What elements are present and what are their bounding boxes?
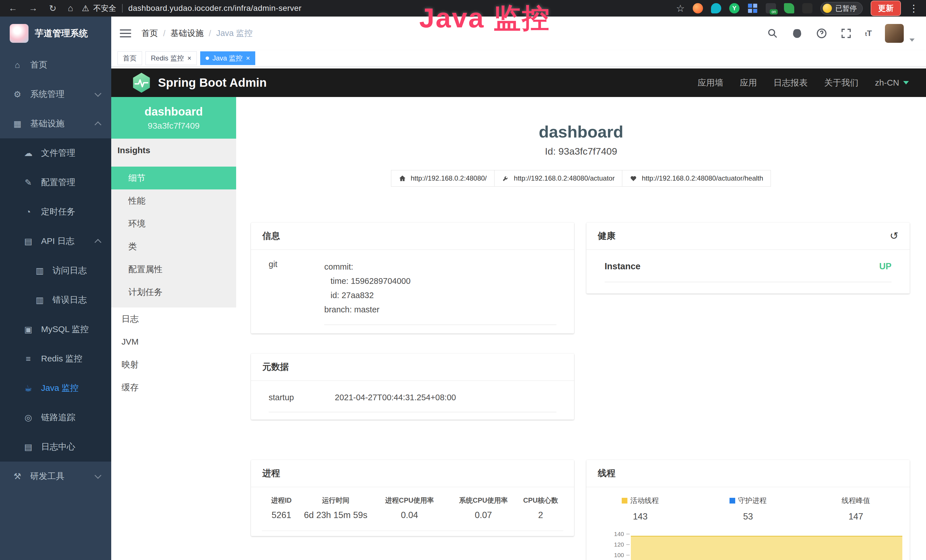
active-threads-value: 143	[586, 512, 694, 522]
back-icon[interactable]: ←	[9, 3, 17, 14]
extension-icon-switch[interactable]: on	[766, 3, 776, 14]
home-icon[interactable]: ⌂	[68, 3, 73, 14]
sba-menu-caches[interactable]: 缓存	[111, 376, 236, 399]
avatar-caret-icon[interactable]	[909, 38, 915, 42]
chrome-menu-icon[interactable]: ⋮	[909, 3, 918, 14]
timer-icon: ◔	[23, 207, 34, 217]
chevron-down-icon	[903, 81, 909, 85]
sba-brand[interactable]: Spring Boot Admin	[132, 73, 267, 93]
search-icon[interactable]	[767, 28, 778, 39]
document-icon: ▤	[23, 236, 34, 246]
sidebar-item-system-management[interactable]: ⚙ 系统管理	[0, 80, 111, 109]
redis-icon: ≡	[23, 354, 34, 364]
fullscreen-icon[interactable]	[840, 28, 852, 39]
process-card-title: 进程	[262, 467, 280, 479]
sba-nav-journal[interactable]: 日志报表	[773, 77, 808, 89]
sidebar-item-trace[interactable]: ◎ 链路追踪	[0, 403, 111, 432]
history-icon[interactable]: ↺	[890, 231, 898, 241]
health-row[interactable]: Instance UP	[605, 261, 891, 282]
sba-insights-label: Insights	[111, 139, 236, 166]
system-cpu-value: 0.07	[449, 510, 518, 520]
app-logo-title[interactable]: 芋道管理系统	[0, 17, 111, 50]
extension-icon-grid[interactable]	[747, 3, 758, 14]
tab-redis-monitor[interactable]: Redis 监控 ×	[145, 51, 197, 65]
link-label: http://192.168.0.2:48080/actuator/health	[642, 174, 763, 182]
sidebar-item-home[interactable]: ⌂ 首页	[0, 50, 111, 80]
sidebar-item-api-logs[interactable]: ▤ API 日志	[0, 227, 111, 256]
address-bar[interactable]: dashboard.yudao.iocoder.cn/infra/admin-s…	[128, 4, 302, 13]
sidebar-item-java-monitor[interactable]: ☕ Java 监控	[0, 374, 111, 403]
log-icon: ▥	[34, 266, 45, 275]
sidebar-item-config-management[interactable]: ✎ 配置管理	[0, 168, 111, 197]
extension-icon-leaf[interactable]	[784, 3, 794, 14]
instance-root-link[interactable]: http://192.168.0.2:48080/	[391, 170, 495, 186]
extension-icon-orange[interactable]	[693, 3, 703, 14]
health-instance-label: Instance	[605, 261, 640, 272]
tab-close-icon[interactable]: ×	[188, 55, 191, 62]
sidebar-item-mysql-monitor[interactable]: ▣ MySQL 监控	[0, 315, 111, 344]
bookmark-star-icon[interactable]: ☆	[676, 3, 685, 14]
active-tab-dot	[206, 56, 209, 60]
sba-menu-mappings[interactable]: 映射	[111, 353, 236, 376]
java-icon: ☕	[23, 383, 34, 393]
sba-menu-details[interactable]: 细节	[111, 166, 236, 189]
sidebar-item-access-logs[interactable]: ▥ 访问日志	[0, 256, 111, 285]
user-avatar[interactable]	[885, 24, 904, 43]
sidebar-item-label: 错误日志	[53, 294, 87, 306]
sba-menu-logs[interactable]: 日志	[111, 307, 236, 330]
sba-menu-config-props[interactable]: 配置属性	[111, 258, 236, 281]
sidebar-item-error-logs[interactable]: ▥ 错误日志	[0, 285, 111, 315]
sidebar-item-redis-monitor[interactable]: ≡ Redis 监控	[0, 344, 111, 374]
extension-icon-drop[interactable]	[711, 3, 721, 14]
github-icon[interactable]	[791, 28, 803, 39]
sba-brand-label: Spring Boot Admin	[158, 76, 267, 89]
log-center-icon: ▤	[23, 442, 34, 452]
tab-home[interactable]: 首页	[118, 51, 142, 65]
font-size-icon[interactable]: tT	[865, 29, 872, 38]
tab-close-icon[interactable]: ×	[246, 55, 250, 62]
metadata-key: startup	[269, 393, 335, 402]
help-icon[interactable]	[816, 28, 827, 39]
link-label: http://192.168.0.2:48080/	[411, 174, 487, 182]
extension-icon-dark[interactable]	[802, 3, 813, 14]
sidebar-collapse-icon[interactable]	[120, 27, 131, 40]
instance-health-link[interactable]: http://192.168.0.2:48080/actuator/health	[622, 170, 771, 186]
chrome-update-button[interactable]: 更新	[871, 1, 901, 16]
sba-menu-jvm[interactable]: JVM	[111, 330, 236, 353]
threads-card-title: 线程	[598, 467, 616, 479]
forward-icon[interactable]: →	[29, 3, 38, 14]
extension-icon-green-circle[interactable]: Y	[729, 3, 740, 14]
sidebar-item-log-center[interactable]: ▤ 日志中心	[0, 432, 111, 462]
sba-locale-select[interactable]: zh-CN	[875, 78, 909, 88]
security-indicator[interactable]: ⚠ 不安全	[82, 3, 117, 14]
sba-nav-applications[interactable]: 应用	[740, 77, 757, 89]
sba-menu-environment[interactable]: 环境	[111, 212, 236, 235]
heartbeat-icon	[630, 175, 637, 182]
sba-instance-block[interactable]: dashboard 93a3fc7f7409	[111, 97, 236, 139]
sidebar-item-scheduled-tasks[interactable]: ◔ 定时任务	[0, 197, 111, 227]
breadcrumb-section[interactable]: 基础设施	[171, 28, 204, 39]
info-card: 信息 git commit: time: 1596289704000 id: 2…	[251, 222, 574, 333]
sba-locale-label: zh-CN	[875, 78, 899, 88]
sba-nav-about[interactable]: 关于我们	[824, 77, 858, 89]
sba-nav-wall[interactable]: 应用墙	[698, 77, 723, 89]
sba-menu-scheduled-tasks[interactable]: 计划任务	[111, 281, 236, 304]
sba-menu-performance[interactable]: 性能	[111, 189, 236, 212]
sidebar-item-label: Redis 监控	[41, 353, 82, 365]
reload-icon[interactable]: ↻	[49, 3, 56, 14]
home-icon	[399, 175, 406, 182]
health-status-badge: UP	[879, 261, 891, 272]
sba-menu-classes[interactable]: 类	[111, 235, 236, 258]
sidebar-item-infrastructure[interactable]: ▦ 基础设施	[0, 109, 111, 138]
instance-actuator-link[interactable]: http://192.168.0.2:48080/actuator	[494, 170, 623, 186]
sba-frame: Spring Boot Admin 应用墙 应用 日志报表 关于我们 zh-CN…	[111, 66, 926, 560]
warning-icon: ⚠	[82, 3, 89, 13]
tab-java-monitor[interactable]: Java 监控 ×	[200, 51, 255, 65]
profile-paused-badge[interactable]: 已暂停	[820, 2, 863, 15]
edit-icon: ✎	[23, 177, 34, 188]
sidebar-item-dev-tools[interactable]: ⚒ 研发工具	[0, 462, 111, 491]
database-icon: ▣	[23, 324, 34, 334]
breadcrumb-home[interactable]: 首页	[141, 28, 158, 39]
sidebar-item-file-management[interactable]: ☁ 文件管理	[0, 138, 111, 168]
chevron-down-icon	[94, 90, 101, 97]
